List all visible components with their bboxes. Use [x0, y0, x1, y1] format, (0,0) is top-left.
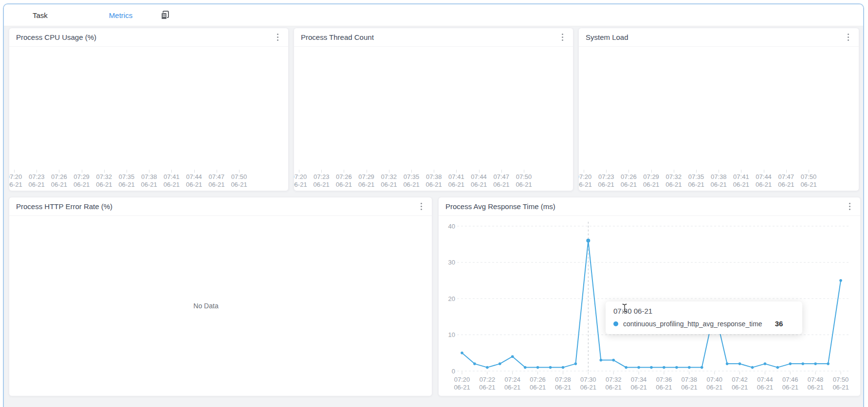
axis-tick [82, 170, 82, 173]
panel-system-load: System Load 07:2006-2107:2306-2107:2606-… [578, 28, 859, 191]
axis-tick [367, 170, 367, 173]
axis-tick [104, 170, 105, 173]
svg-text:06-21: 06-21 [656, 384, 672, 391]
panel-process-thread-count: Process Thread Count 07:2006-2107:2306-2… [294, 28, 573, 191]
svg-text:06-21: 06-21 [504, 384, 520, 391]
tooltip-series-row: continuous_profiling_http_avg_response_t… [613, 319, 794, 328]
axis-label: 07:3506-21 [403, 173, 419, 189]
svg-text:07:26: 07:26 [530, 376, 546, 383]
axis-label: 07:2906-21 [358, 173, 374, 189]
axis-tick [434, 170, 434, 173]
axis-tick [37, 170, 37, 173]
svg-text:06-21: 06-21 [732, 384, 748, 391]
axis-tick [127, 170, 127, 173]
axis-tick [171, 170, 172, 173]
panel-title: Process Avg Response Time (ms) [445, 202, 555, 211]
response-time-chart-area[interactable]: 01020304007:2006-2107:2206-2107:2406-210… [439, 216, 860, 396]
axis-tick [217, 170, 217, 173]
axis-label: 07:2606-21 [336, 173, 352, 189]
axis-tick [524, 170, 524, 173]
svg-text:20: 20 [448, 295, 455, 302]
axis-label: 07:4406-21 [756, 173, 772, 189]
axis-tick [741, 170, 741, 173]
axis-label: 07:3506-21 [118, 173, 134, 189]
panel-title: Process CPU Usage (%) [16, 33, 96, 41]
svg-text:06-21: 06-21 [454, 384, 470, 391]
panel-menu-kebab-icon[interactable] [559, 32, 566, 43]
empty-chart-area[interactable]: 07:2006-2107:2306-2107:2606-2107:2906-21… [579, 47, 859, 191]
tooltip-series-name: continuous_profiling_http_avg_response_t… [623, 320, 762, 328]
axis-tick [674, 170, 674, 173]
axis-tick [696, 170, 697, 173]
axis-label: 07:4406-21 [471, 173, 487, 189]
axis-tick [501, 170, 502, 173]
axis-label: 07:4706-21 [208, 173, 224, 189]
axis-tick [628, 170, 629, 173]
svg-text:06-21: 06-21 [530, 384, 546, 391]
axis-tick [194, 170, 195, 173]
axis-label: 07:4706-21 [778, 173, 794, 189]
empty-chart-area[interactable]: No Data [9, 216, 432, 396]
axis-tick [389, 170, 389, 173]
svg-text:07:38: 07:38 [682, 376, 698, 383]
metrics-view-container: Task Metrics Process CPU Usage (%) 07:20… [3, 3, 864, 407]
series-dot-icon [613, 321, 618, 326]
svg-text:06-21: 06-21 [832, 384, 849, 391]
axis-tick [149, 170, 149, 173]
axis-label: 07:2006-21 [294, 173, 307, 189]
axis-label: 07:3806-21 [426, 173, 442, 189]
axis-tick [299, 170, 299, 173]
axis-tick [239, 170, 240, 173]
tab-task[interactable]: Task [33, 11, 48, 19]
axis-label: 07:4106-21 [733, 173, 749, 189]
tab-metrics[interactable]: Metrics [109, 11, 132, 19]
panel-process-cpu-usage: Process CPU Usage (%) 07:2006-2107:2306-… [9, 28, 289, 191]
axis-label: 07:5006-21 [800, 173, 816, 189]
axis-tick [14, 170, 15, 173]
svg-text:07:42: 07:42 [732, 376, 748, 383]
tab-bar: Task Metrics [4, 4, 863, 26]
axis-label: 07:3806-21 [711, 173, 727, 189]
svg-text:07:32: 07:32 [606, 376, 622, 383]
empty-chart-area[interactable]: 07:2006-2107:2306-2107:2606-2107:2906-21… [294, 47, 573, 191]
no-data-text: No Data [9, 216, 403, 396]
axis-label: 07:2006-21 [579, 173, 592, 189]
axis-label: 07:4106-21 [448, 173, 464, 189]
axis-tick [786, 170, 787, 173]
svg-text:06-21: 06-21 [757, 384, 773, 391]
axis-tick [59, 170, 59, 173]
svg-text:0: 0 [452, 368, 455, 375]
svg-text:06-21: 06-21 [630, 384, 646, 391]
panel-menu-kebab-icon[interactable] [846, 201, 853, 212]
svg-text:06-21: 06-21 [681, 384, 697, 391]
svg-text:07:44: 07:44 [757, 376, 773, 383]
svg-text:06-21: 06-21 [479, 384, 495, 391]
svg-text:06-21: 06-21 [606, 384, 622, 391]
axis-label: 07:3206-21 [665, 173, 682, 189]
panel-menu-kebab-icon[interactable] [418, 201, 425, 212]
svg-text:07:22: 07:22 [480, 376, 496, 383]
axis-tick [764, 170, 764, 173]
axis-label: 07:3806-21 [141, 173, 157, 189]
axis-tick [479, 170, 480, 173]
axis-tick [344, 170, 344, 173]
panel-process-http-error-rate: Process HTTP Error Rate (%) No Data [9, 197, 432, 396]
svg-text:06-21: 06-21 [706, 384, 722, 391]
panel-menu-kebab-icon[interactable] [845, 32, 852, 43]
axis-tick [411, 170, 412, 173]
empty-chart-area[interactable]: 07:2006-2107:2306-2107:2606-2107:2906-21… [9, 47, 288, 191]
axis-label: 07:4106-21 [164, 173, 180, 189]
svg-text:07:48: 07:48 [808, 376, 824, 383]
axis-label: 07:2906-21 [643, 173, 659, 189]
axis-label: 07:3206-21 [96, 173, 112, 189]
svg-text:07:50: 07:50 [833, 376, 849, 383]
document-copy-icon[interactable] [158, 9, 171, 22]
panel-title: Process HTTP Error Rate (%) [16, 202, 112, 211]
svg-text:40: 40 [448, 223, 455, 230]
text-cursor-icon [622, 303, 628, 315]
panel-header: Process Avg Response Time (ms) [439, 197, 860, 216]
axis-label: 07:4406-21 [186, 173, 202, 189]
axis-tick [456, 170, 457, 173]
axis-label: 07:2906-21 [74, 173, 90, 189]
panel-menu-kebab-icon[interactable] [274, 32, 281, 43]
